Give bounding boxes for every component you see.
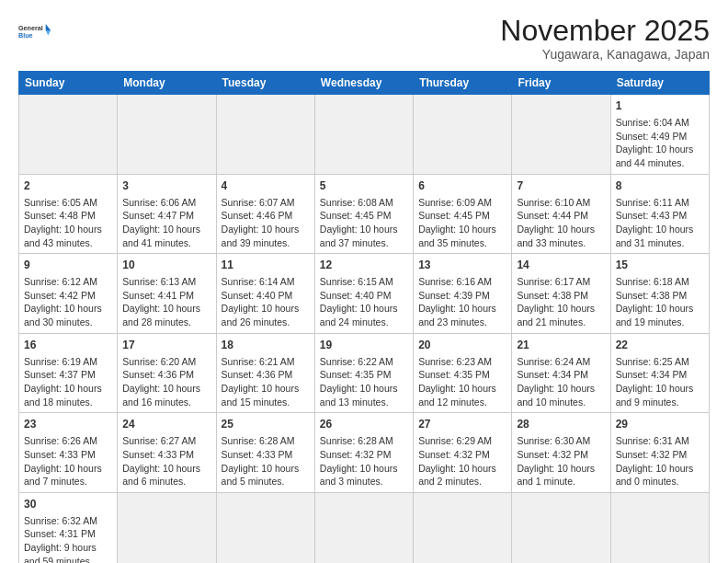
day-number: 23 bbox=[24, 417, 112, 432]
day-info: Sunrise: 6:31 AMSunset: 4:32 PMDaylight:… bbox=[616, 435, 694, 487]
calendar-cell: 7Sunrise: 6:10 AMSunset: 4:44 PMDaylight… bbox=[512, 174, 610, 254]
day-info: Sunrise: 6:09 AMSunset: 4:45 PMDaylight:… bbox=[418, 197, 496, 248]
calendar-cell bbox=[314, 492, 413, 563]
day-info: Sunrise: 6:17 AMSunset: 4:38 PMDaylight:… bbox=[517, 276, 595, 327]
day-info: Sunrise: 6:20 AMSunset: 4:36 PMDaylight:… bbox=[122, 356, 200, 408]
svg-text:General: General bbox=[18, 24, 43, 32]
calendar-cell bbox=[610, 492, 709, 563]
day-number: 7 bbox=[517, 178, 605, 194]
calendar-cell: 6Sunrise: 6:09 AMSunset: 4:45 PMDaylight… bbox=[414, 174, 512, 254]
calendar-cell bbox=[118, 95, 216, 175]
calendar-cell bbox=[216, 95, 314, 175]
day-number: 27 bbox=[418, 417, 506, 432]
day-info: Sunrise: 6:10 AMSunset: 4:44 PMDaylight:… bbox=[517, 197, 595, 248]
calendar-cell: 9Sunrise: 6:12 AMSunset: 4:42 PMDaylight… bbox=[19, 254, 118, 334]
day-info: Sunrise: 6:29 AMSunset: 4:32 PMDaylight:… bbox=[418, 435, 496, 487]
day-info: Sunrise: 6:30 AMSunset: 4:32 PMDaylight:… bbox=[517, 435, 595, 487]
day-number: 24 bbox=[122, 417, 210, 432]
page: GeneralBlue November 2025 Yugawara, Kana… bbox=[0, 0, 728, 563]
day-info: Sunrise: 6:22 AMSunset: 4:35 PMDaylight:… bbox=[320, 356, 398, 408]
calendar-cell: 10Sunrise: 6:13 AMSunset: 4:41 PMDayligh… bbox=[118, 254, 216, 334]
calendar-cell: 18Sunrise: 6:21 AMSunset: 4:36 PMDayligh… bbox=[216, 333, 314, 413]
calendar-cell bbox=[118, 492, 216, 563]
day-number: 30 bbox=[24, 497, 112, 512]
header: GeneralBlue November 2025 Yugawara, Kana… bbox=[18, 15, 710, 62]
calendar-week-row: 30Sunrise: 6:32 AMSunset: 4:31 PMDayligh… bbox=[19, 492, 710, 563]
day-number: 15 bbox=[616, 258, 704, 273]
svg-marker-2 bbox=[46, 24, 51, 30]
calendar-cell: 11Sunrise: 6:14 AMSunset: 4:40 PMDayligh… bbox=[216, 254, 314, 334]
logo: GeneralBlue bbox=[18, 15, 51, 48]
day-number: 2 bbox=[24, 178, 112, 194]
day-info: Sunrise: 6:26 AMSunset: 4:33 PMDaylight:… bbox=[24, 435, 102, 487]
day-info: Sunrise: 6:14 AMSunset: 4:40 PMDaylight:… bbox=[222, 276, 300, 327]
calendar-week-row: 23Sunrise: 6:26 AMSunset: 4:33 PMDayligh… bbox=[19, 413, 710, 493]
day-number: 17 bbox=[122, 338, 210, 353]
calendar-cell: 5Sunrise: 6:08 AMSunset: 4:45 PMDaylight… bbox=[314, 174, 413, 254]
day-info: Sunrise: 6:18 AMSunset: 4:38 PMDaylight:… bbox=[616, 276, 694, 327]
day-info: Sunrise: 6:28 AMSunset: 4:32 PMDaylight:… bbox=[320, 435, 398, 487]
calendar-week-row: 1Sunrise: 6:04 AMSunset: 4:49 PMDaylight… bbox=[19, 95, 710, 175]
calendar-week-row: 9Sunrise: 6:12 AMSunset: 4:42 PMDaylight… bbox=[19, 254, 710, 334]
calendar-cell: 14Sunrise: 6:17 AMSunset: 4:38 PMDayligh… bbox=[512, 254, 610, 334]
calendar-cell: 17Sunrise: 6:20 AMSunset: 4:36 PMDayligh… bbox=[118, 333, 216, 413]
day-info: Sunrise: 6:19 AMSunset: 4:37 PMDaylight:… bbox=[24, 356, 102, 408]
col-tuesday: Tuesday bbox=[216, 72, 314, 95]
logo-icon: GeneralBlue bbox=[18, 15, 51, 48]
calendar-cell: 1Sunrise: 6:04 AMSunset: 4:49 PMDaylight… bbox=[610, 95, 709, 175]
col-monday: Monday bbox=[118, 72, 216, 95]
col-sunday: Sunday bbox=[19, 72, 118, 95]
day-number: 5 bbox=[320, 178, 408, 194]
calendar-week-row: 16Sunrise: 6:19 AMSunset: 4:37 PMDayligh… bbox=[19, 333, 710, 413]
calendar-cell: 28Sunrise: 6:30 AMSunset: 4:32 PMDayligh… bbox=[512, 413, 610, 493]
calendar-cell bbox=[414, 95, 512, 175]
day-info: Sunrise: 6:12 AMSunset: 4:42 PMDaylight:… bbox=[24, 276, 102, 327]
day-number: 20 bbox=[418, 338, 506, 353]
calendar-cell: 20Sunrise: 6:23 AMSunset: 4:35 PMDayligh… bbox=[414, 333, 512, 413]
title-block: November 2025 Yugawara, Kanagawa, Japan bbox=[500, 15, 710, 62]
calendar-header-row: Sunday Monday Tuesday Wednesday Thursday… bbox=[19, 72, 710, 95]
calendar-cell bbox=[19, 95, 118, 175]
svg-marker-3 bbox=[46, 30, 51, 35]
calendar-cell: 12Sunrise: 6:15 AMSunset: 4:40 PMDayligh… bbox=[314, 254, 413, 334]
day-info: Sunrise: 6:11 AMSunset: 4:43 PMDaylight:… bbox=[616, 197, 694, 248]
day-number: 1 bbox=[616, 98, 704, 114]
calendar-cell: 3Sunrise: 6:06 AMSunset: 4:47 PMDaylight… bbox=[118, 174, 216, 254]
calendar-cell: 8Sunrise: 6:11 AMSunset: 4:43 PMDaylight… bbox=[610, 174, 709, 254]
day-info: Sunrise: 6:06 AMSunset: 4:47 PMDaylight:… bbox=[122, 197, 200, 248]
day-info: Sunrise: 6:04 AMSunset: 4:49 PMDaylight:… bbox=[616, 117, 694, 168]
day-number: 6 bbox=[418, 178, 506, 194]
calendar-cell: 23Sunrise: 6:26 AMSunset: 4:33 PMDayligh… bbox=[19, 413, 118, 493]
day-info: Sunrise: 6:23 AMSunset: 4:35 PMDaylight:… bbox=[418, 356, 496, 408]
day-info: Sunrise: 6:15 AMSunset: 4:40 PMDaylight:… bbox=[320, 276, 398, 327]
day-info: Sunrise: 6:08 AMSunset: 4:45 PMDaylight:… bbox=[320, 197, 398, 248]
day-number: 22 bbox=[616, 338, 704, 353]
day-info: Sunrise: 6:32 AMSunset: 4:31 PMDaylight:… bbox=[24, 515, 97, 563]
calendar-cell bbox=[512, 492, 610, 563]
calendar-cell: 15Sunrise: 6:18 AMSunset: 4:38 PMDayligh… bbox=[610, 254, 709, 334]
page-title: November 2025 bbox=[500, 15, 710, 47]
calendar-cell: 26Sunrise: 6:28 AMSunset: 4:32 PMDayligh… bbox=[314, 413, 413, 493]
day-number: 18 bbox=[222, 338, 310, 353]
calendar-cell: 16Sunrise: 6:19 AMSunset: 4:37 PMDayligh… bbox=[19, 333, 118, 413]
calendar-cell bbox=[414, 492, 512, 563]
day-number: 19 bbox=[320, 338, 408, 353]
day-number: 14 bbox=[517, 258, 605, 273]
day-number: 16 bbox=[24, 338, 112, 353]
calendar-cell: 24Sunrise: 6:27 AMSunset: 4:33 PMDayligh… bbox=[118, 413, 216, 493]
day-number: 13 bbox=[418, 258, 506, 273]
day-number: 10 bbox=[122, 258, 210, 273]
calendar-cell: 21Sunrise: 6:24 AMSunset: 4:34 PMDayligh… bbox=[512, 333, 610, 413]
calendar-cell: 27Sunrise: 6:29 AMSunset: 4:32 PMDayligh… bbox=[414, 413, 512, 493]
calendar-cell: 13Sunrise: 6:16 AMSunset: 4:39 PMDayligh… bbox=[414, 254, 512, 334]
day-number: 26 bbox=[320, 417, 408, 432]
day-number: 8 bbox=[616, 178, 704, 194]
day-info: Sunrise: 6:16 AMSunset: 4:39 PMDaylight:… bbox=[418, 276, 496, 327]
day-info: Sunrise: 6:07 AMSunset: 4:46 PMDaylight:… bbox=[222, 197, 300, 248]
svg-text:Blue: Blue bbox=[18, 31, 33, 40]
day-number: 3 bbox=[122, 178, 210, 194]
day-info: Sunrise: 6:05 AMSunset: 4:48 PMDaylight:… bbox=[24, 197, 102, 248]
calendar-cell: 19Sunrise: 6:22 AMSunset: 4:35 PMDayligh… bbox=[314, 333, 413, 413]
calendar-cell bbox=[314, 95, 413, 175]
day-number: 29 bbox=[616, 417, 704, 432]
